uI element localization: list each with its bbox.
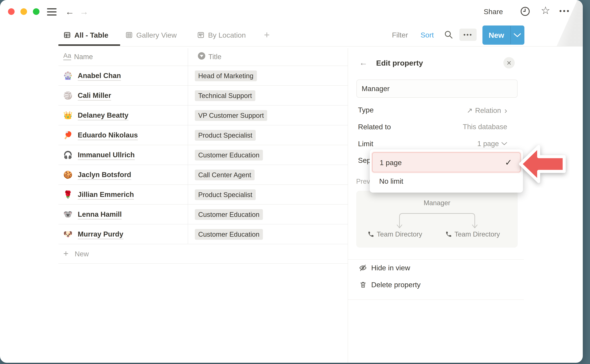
row-title-pill[interactable]: VP Customer Support: [195, 110, 267, 121]
preview-label-partial: Prev: [356, 177, 370, 185]
table-row[interactable]: 🌹 Jillian Emmerich Product Specialist: [58, 185, 348, 205]
text-property-icon: Aa: [63, 52, 71, 60]
panel-title: Edit property: [376, 59, 423, 67]
add-view-button[interactable]: +: [264, 29, 270, 40]
preview-item-label: Team Directory: [377, 230, 422, 238]
row-emoji: 🐨: [63, 205, 72, 224]
row-title-pill[interactable]: Customer Education: [195, 229, 263, 240]
row-title-pill[interactable]: Product Specialist: [195, 189, 256, 200]
tab-gallery-view[interactable]: Gallery View: [125, 30, 177, 40]
hamburger-icon: [47, 8, 57, 9]
row-name-link[interactable]: Jaclyn Botsford: [78, 170, 131, 180]
dots-icon: •••: [463, 31, 473, 38]
traffic-zoom-button[interactable]: [33, 8, 39, 15]
row-title-pill[interactable]: Technical Support: [195, 90, 255, 101]
history-clock-icon[interactable]: [520, 6, 530, 17]
related-to-value-text: This database: [463, 123, 507, 131]
sort-button[interactable]: Sort: [420, 31, 434, 39]
table-row[interactable]: 🏓 Eduardo Nikolaus Product Specialist: [58, 125, 348, 145]
hide-in-view-button[interactable]: Hide in view: [359, 264, 410, 272]
tab-label: Gallery View: [136, 31, 177, 39]
row-title-pill[interactable]: Head of Marketing: [195, 71, 257, 81]
table-view-icon: [63, 31, 71, 39]
table-header-row: Aa Name Title: [58, 48, 348, 66]
related-to-label: Related to: [358, 123, 391, 131]
row-name-link[interactable]: Anabel Chan: [78, 72, 121, 81]
relation-arrow-icon: ↗: [467, 106, 473, 115]
related-to-value[interactable]: This database: [463, 123, 507, 131]
panel-section-divider: [348, 260, 524, 260]
new-row-button[interactable]: + New: [58, 244, 348, 264]
panel-back-icon[interactable]: ←: [359, 58, 367, 67]
table-row[interactable]: 🏐 Cali Miller Technical Support: [58, 86, 348, 105]
search-icon[interactable]: [444, 30, 453, 39]
row-title-pill[interactable]: Customer Education: [195, 209, 263, 220]
dropdown-option-no-limit[interactable]: No limit: [372, 173, 521, 190]
row-emoji: 🐶: [63, 224, 72, 244]
phone-icon: [445, 231, 452, 238]
limit-value-text: 1 page: [477, 139, 499, 148]
filter-button[interactable]: Filter: [392, 31, 408, 39]
table-row[interactable]: 🎧 Immanuel Ullrich Customer Education: [58, 145, 348, 165]
row-title-pill[interactable]: Customer Education: [195, 150, 263, 161]
row-emoji: 🌹: [63, 185, 72, 204]
row-name-link[interactable]: Eduardo Nikolaus: [78, 131, 138, 140]
favorite-star-icon[interactable]: ☆: [541, 4, 550, 16]
type-value[interactable]: ↗ Relation ›: [467, 106, 507, 115]
row-name-link[interactable]: Delaney Beatty: [78, 111, 128, 120]
share-button[interactable]: Share: [484, 7, 503, 16]
property-name-input[interactable]: Manager: [356, 79, 518, 98]
select-property-icon: [198, 52, 205, 60]
trash-icon: [359, 281, 367, 289]
row-emoji: 🏐: [63, 86, 72, 105]
close-icon: ×: [507, 58, 511, 67]
limit-label: Limit: [358, 139, 373, 148]
row-name-link[interactable]: Immanuel Ullrich: [78, 151, 135, 160]
row-emoji: 🏓: [63, 125, 72, 145]
new-button-label: New: [482, 26, 511, 45]
row-name-link[interactable]: Cali Miller: [78, 91, 111, 101]
column-header-name[interactable]: Name: [74, 52, 93, 61]
back-icon[interactable]: ←: [65, 6, 74, 18]
table-row[interactable]: 👑 Delaney Beatty VP Customer Support: [58, 105, 348, 125]
row-emoji: 🍪: [63, 165, 72, 184]
column-header-title[interactable]: Title: [208, 52, 221, 61]
traffic-minimize-button[interactable]: [20, 8, 27, 15]
preview-team-directory-right: Team Directory: [445, 230, 500, 238]
new-row-label: New: [75, 250, 89, 258]
dropdown-option-1-page[interactable]: 1 page ✓: [372, 152, 521, 172]
type-value-text: Relation: [475, 106, 501, 115]
traffic-close-button[interactable]: [8, 8, 15, 15]
tab-by-location[interactable]: By Location: [197, 30, 246, 40]
tab-all-table[interactable]: All - Table: [63, 30, 108, 40]
option-label: 1 page: [380, 158, 402, 167]
new-button[interactable]: New: [482, 26, 524, 45]
hamburger-icon: [47, 11, 57, 13]
row-title-pill[interactable]: Product Specialist: [195, 130, 256, 141]
table-row[interactable]: 🍪 Jaclyn Botsford Call Center Agent: [58, 165, 348, 185]
phone-icon: [367, 231, 374, 238]
forward-icon[interactable]: →: [79, 6, 89, 18]
table-row[interactable]: 🐨 Lenna Hamill Customer Education: [58, 205, 348, 224]
row-name-link[interactable]: Jillian Emmerich: [78, 190, 134, 200]
relation-branch-lines: [393, 209, 481, 231]
separate-label-partial: Sep: [358, 156, 371, 164]
delete-property-button[interactable]: Delete property: [359, 280, 420, 289]
active-tab-underline: [58, 44, 120, 46]
row-name-link[interactable]: Lenna Hamill: [78, 210, 122, 220]
property-name-value: Manager: [362, 84, 390, 93]
chevron-down-icon[interactable]: [513, 33, 521, 37]
view-options-button[interactable]: •••: [459, 29, 477, 41]
more-options-icon[interactable]: •••: [559, 7, 570, 15]
row-name-link[interactable]: Murray Purdy: [78, 230, 123, 239]
chevron-down-icon: [501, 142, 507, 145]
table-row[interactable]: 🎡 Anabel Chan Head of Marketing: [58, 66, 348, 86]
row-title-pill[interactable]: Call Center Agent: [195, 169, 255, 180]
panel-close-button[interactable]: ×: [503, 57, 515, 69]
tab-label: By Location: [208, 31, 246, 39]
limit-value-dropdown[interactable]: 1 page: [477, 139, 507, 148]
preview-manager-label: Manager: [356, 199, 518, 207]
app-window: ← → Share ☆ ••• All - Table Gallery View…: [0, 0, 583, 363]
annotation-arrow-left: [513, 140, 570, 188]
table-row[interactable]: 🐶 Murray Purdy Customer Education: [58, 224, 348, 244]
